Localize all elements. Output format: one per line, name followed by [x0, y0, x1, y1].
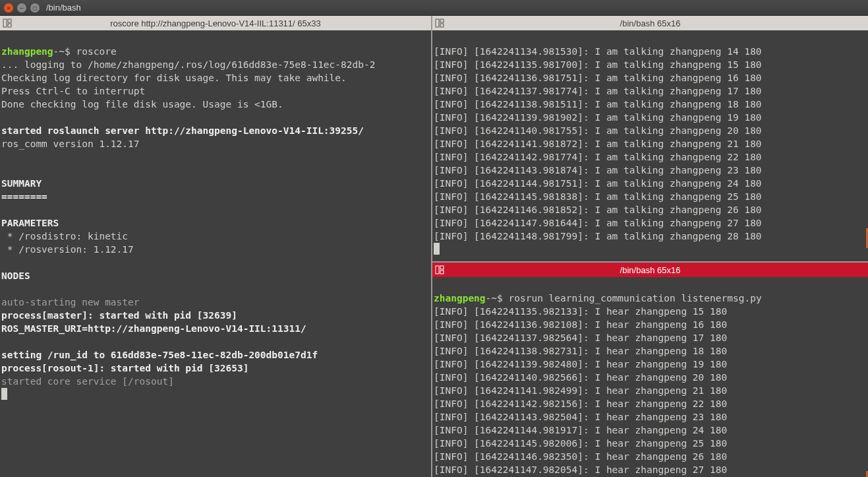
- output-line: [INFO] [1642241136.981751]: I am talking…: [434, 73, 762, 83]
- right-panes: /bin/bash 65x16 [INFO] [1642241134.98153…: [432, 16, 868, 477]
- output-line: NODES: [1, 270, 30, 281]
- svg-rect-3: [436, 19, 439, 27]
- terminal-bottom-right[interactable]: zhangpeng-~$ rosrun learning_communicati…: [432, 277, 868, 477]
- output-line: [INFO] [1642241135.982133]: I hear zhang…: [434, 306, 727, 317]
- maximize-icon[interactable]: ▢: [30, 3, 40, 13]
- svg-rect-2: [8, 24, 11, 27]
- command-text: rosrun learning_communication listenerms…: [509, 293, 762, 303]
- svg-rect-5: [440, 24, 444, 27]
- output-line: process[master]: started with pid [32639…: [1, 310, 237, 321]
- pane-title-text: roscore http://zhangpeng-Lenovo-V14-IIL:…: [110, 18, 320, 28]
- terminal-top-right[interactable]: [INFO] [1642241134.981530]: I am talking…: [432, 30, 868, 261]
- left-pane: roscore http://zhangpeng-Lenovo-V14-IIL:…: [0, 16, 432, 477]
- output-line: * /rosversion: 1.12.17: [1, 244, 134, 255]
- output-line: [INFO] [1642241146.982350]: I hear zhang…: [434, 451, 727, 462]
- output-line: [INFO] [1642241142.982156]: I hear zhang…: [434, 398, 727, 409]
- output-line: auto-starting new master: [1, 297, 140, 307]
- pane-title-left[interactable]: roscore http://zhangpeng-Lenovo-V14-IIL:…: [0, 16, 431, 30]
- output-line: [INFO] [1642241137.981774]: I am talking…: [434, 86, 762, 96]
- window-titlebar[interactable]: ✕ − ▢ /bin/bash: [0, 0, 868, 16]
- output-line: Done checking log file disk usage. Usage…: [1, 99, 283, 110]
- prompt-sep: -~$: [53, 46, 76, 57]
- output-line: [INFO] [1642241137.982564]: I hear zhang…: [434, 333, 727, 343]
- output-line: [INFO] [1642241139.982480]: I hear zhang…: [434, 359, 727, 369]
- output-line: [INFO] [1642241138.982731]: I hear zhang…: [434, 346, 727, 356]
- output-line: [INFO] [1642241143.982504]: I hear zhang…: [434, 412, 727, 422]
- output-line: [INFO] [1642241135.981700]: I am talking…: [434, 59, 762, 70]
- output-line: [INFO] [1642241139.981902]: I am talking…: [434, 112, 762, 123]
- output-line: [INFO] [1642241138.981511]: I am talking…: [434, 99, 762, 110]
- output-line: [INFO] [1642241143.981874]: I am talking…: [434, 165, 762, 175]
- split-icon: [435, 265, 444, 274]
- output-line: started roslaunch server http://zhangpen…: [1, 125, 364, 136]
- output-line: ... logging to /home/zhangpeng/.ros/log/…: [1, 59, 375, 70]
- output-line: [INFO] [1642241141.982499]: I hear zhang…: [434, 385, 727, 396]
- output-line: ros_comm version 1.12.17: [1, 139, 140, 149]
- output-line: [INFO] [1642241144.981751]: I am talking…: [434, 178, 762, 189]
- window-title: /bin/bash: [46, 3, 81, 13]
- output-line: [INFO] [1642241140.981755]: I am talking…: [434, 125, 762, 136]
- svg-rect-4: [440, 19, 444, 22]
- bottom-right-pane: /bin/bash 65x16 zhangpeng-~$ rosrun lear…: [432, 263, 868, 477]
- svg-rect-0: [3, 19, 7, 27]
- output-line: [INFO] [1642241142.981774]: I am talking…: [434, 152, 762, 162]
- command-text: roscore: [76, 46, 117, 57]
- prompt-sep: -~$: [486, 293, 509, 303]
- output-line: PARAMETERS: [1, 218, 59, 228]
- output-line: Checking log directory for disk usage. T…: [1, 73, 347, 83]
- terminator-panes: roscore http://zhangpeng-Lenovo-V14-IIL:…: [0, 16, 868, 477]
- output-line: [INFO] [1642241147.982054]: I hear zhang…: [434, 464, 727, 475]
- split-icon: [3, 18, 12, 28]
- top-right-pane: /bin/bash 65x16 [INFO] [1642241134.98153…: [432, 16, 868, 263]
- pane-title-bottom-right[interactable]: /bin/bash 65x16: [432, 263, 868, 277]
- output-line: [INFO] [1642241145.982006]: I hear zhang…: [434, 438, 727, 449]
- svg-rect-1: [8, 19, 11, 22]
- output-line: [INFO] [1642241136.982108]: I hear zhang…: [434, 319, 727, 330]
- minimize-icon[interactable]: −: [17, 3, 26, 13]
- svg-rect-6: [436, 266, 439, 274]
- output-line: SUMMARY: [1, 178, 42, 189]
- output-line: [INFO] [1642241145.981838]: I am talking…: [434, 191, 762, 202]
- pane-title-text: /bin/bash 65x16: [620, 18, 681, 28]
- output-line: [INFO] [1642241140.982566]: I hear zhang…: [434, 372, 727, 383]
- output-line: process[rosout-1]: started with pid [326…: [1, 363, 248, 373]
- close-icon[interactable]: ✕: [4, 3, 13, 13]
- pane-title-top-right[interactable]: /bin/bash 65x16: [432, 16, 868, 30]
- output-line: [INFO] [1642241148.981799]: I am talking…: [434, 231, 762, 241]
- pane-title-text: /bin/bash 65x16: [620, 265, 681, 275]
- cursor-icon: [434, 243, 440, 255]
- cursor-icon: [1, 388, 7, 400]
- prompt-user: zhangpeng: [1, 46, 53, 57]
- output-line: started core service [/rosout]: [1, 376, 174, 387]
- output-line: [INFO] [1642241144.981917]: I hear zhang…: [434, 425, 727, 435]
- output-line: Press Ctrl-C to interrupt: [1, 86, 145, 96]
- output-line: * /rosdistro: kinetic: [1, 231, 128, 241]
- output-line: [INFO] [1642241134.981530]: I am talking…: [434, 46, 762, 57]
- window-controls: ✕ − ▢: [4, 3, 40, 13]
- svg-rect-8: [440, 270, 444, 274]
- output-line: [INFO] [1642241147.981644]: I am talking…: [434, 218, 762, 228]
- output-line: ========: [1, 191, 47, 202]
- prompt-user: zhangpeng: [434, 293, 486, 303]
- split-icon: [435, 18, 444, 28]
- terminal-left[interactable]: zhangpeng-~$ roscore ... logging to /hom…: [0, 30, 431, 477]
- svg-rect-7: [440, 266, 444, 269]
- output-line: [INFO] [1642241146.981852]: I am talking…: [434, 205, 762, 215]
- output-line: [INFO] [1642241141.981872]: I am talking…: [434, 139, 762, 149]
- output-line: ROS_MASTER_URI=http://zhangpeng-Lenovo-V…: [1, 323, 306, 334]
- output-line: setting /run_id to 616dd83e-75e8-11ec-82…: [1, 350, 318, 360]
